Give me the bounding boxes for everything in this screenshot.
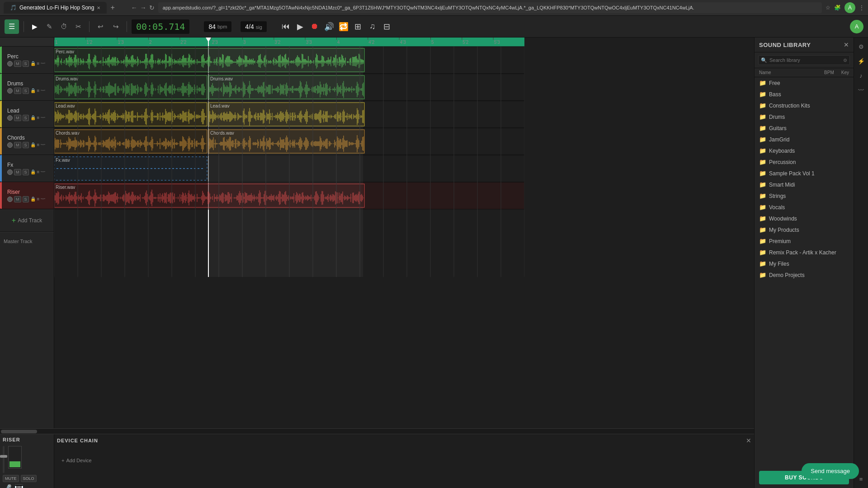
horizontal-scrollbar[interactable] — [0, 428, 754, 434]
solo-button[interactable]: SOLO — [21, 475, 37, 482]
play-btn[interactable]: ▶ — [294, 20, 307, 33]
fader-thumb[interactable] — [0, 455, 7, 458]
send-message-btn[interactable]: Send message — [802, 463, 859, 479]
perc-lock[interactable]: 🔒 — [30, 61, 36, 66]
time-signature[interactable]: 4/4 sig — [241, 21, 266, 32]
fx-lock[interactable]: 🔒 — [30, 169, 36, 174]
lead-eq[interactable]: ≡ — [37, 115, 40, 120]
lead-solo[interactable]: S — [23, 115, 29, 121]
device-chain-close[interactable]: ✕ — [746, 437, 751, 444]
mix-btn[interactable]: ⊞ — [352, 20, 364, 33]
sidebar-midi-btn[interactable]: ♪ — [856, 70, 867, 81]
fx-eq[interactable]: ≡ — [37, 169, 40, 174]
bpm-display[interactable]: 84 bpm — [204, 21, 231, 32]
library-item-my-products[interactable]: 📁My Products — [755, 224, 854, 235]
chords-solo[interactable]: S — [23, 142, 29, 148]
perc-wave[interactable]: 〰 — [41, 61, 45, 66]
chords-volume-knob[interactable] — [7, 142, 13, 148]
lead-volume-knob[interactable] — [7, 115, 13, 121]
perc-eq[interactable]: ≡ — [37, 61, 40, 66]
library-close-btn[interactable]: ✕ — [844, 41, 849, 48]
sidebar-settings-btn[interactable]: ⚙ — [856, 41, 867, 52]
extensions-btn[interactable]: 🧩 — [834, 5, 841, 11]
skip-back-btn[interactable]: ⏮ — [279, 20, 292, 33]
sidebar-automation-btn[interactable]: 〰 — [856, 84, 867, 95]
library-item-drums[interactable]: 📁Drums — [755, 111, 854, 122]
library-item-woodwinds[interactable]: 📁Woodwinds — [755, 213, 854, 224]
add-track-btn[interactable]: + Add Track — [0, 209, 54, 232]
lead-wave[interactable]: 〰 — [41, 115, 45, 120]
fx-solo[interactable]: S — [23, 169, 29, 175]
library-item-construction-kits[interactable]: 📁Construction Kits — [755, 100, 854, 111]
chords-eq[interactable]: ≡ — [37, 142, 40, 147]
volume-btn[interactable]: 🔊 — [323, 20, 335, 33]
riser-solo[interactable]: S — [23, 196, 29, 202]
drums-volume-knob[interactable] — [7, 88, 13, 94]
clock-tool[interactable]: ⏱ — [57, 20, 70, 33]
scrollbar-thumb[interactable] — [1, 430, 37, 433]
riser-lock[interactable]: 🔒 — [30, 197, 36, 202]
filter-icon[interactable]: ⚙ — [843, 58, 847, 63]
chords-mute[interactable]: M — [14, 142, 21, 148]
drums-solo[interactable]: S — [23, 88, 29, 94]
perc-mute[interactable]: M — [14, 61, 21, 67]
library-item-keyboards[interactable]: 📁Keyboards — [755, 145, 854, 156]
riser-wave[interactable]: 〰 — [41, 197, 45, 202]
fx-volume-knob[interactable] — [7, 169, 13, 175]
mute-button[interactable]: MUTE — [3, 475, 19, 482]
grid-btn[interactable]: ⊟ — [381, 20, 393, 33]
fx-wave[interactable]: 〰 — [41, 169, 45, 174]
drums-lock[interactable]: 🔒 — [30, 88, 36, 93]
chords-wave[interactable]: 〰 — [41, 142, 45, 147]
redo-btn[interactable]: ↪ — [109, 20, 122, 33]
profile-button[interactable]: A — [850, 20, 863, 33]
cut-tool[interactable]: ✂ — [72, 20, 85, 33]
drums-eq[interactable]: ≡ — [37, 88, 40, 93]
library-item-free[interactable]: 📁Free — [755, 77, 854, 89]
profile-icon[interactable]: A — [844, 2, 855, 13]
fx-mute[interactable]: M — [14, 169, 21, 175]
midi-btn[interactable]: ♫ — [366, 20, 379, 33]
add-device-btn[interactable]: + Add Device — [61, 458, 751, 463]
new-tab-btn[interactable]: + — [110, 4, 114, 12]
chords-lock[interactable]: 🔒 — [30, 142, 36, 147]
library-item-guitars[interactable]: 📁Guitars — [755, 122, 854, 134]
tab-close-btn[interactable]: ✕ — [97, 5, 100, 10]
riser-fader[interactable] — [3, 446, 5, 473]
drums-mute[interactable]: M — [14, 88, 21, 94]
forward-btn[interactable]: → — [140, 4, 146, 11]
active-tab[interactable]: 🎵 Generated Lo-Fi Hip Hop Song ✕ — [4, 2, 107, 14]
perc-solo[interactable]: S — [23, 61, 29, 67]
track-canvas[interactable] — [54, 38, 524, 277]
library-item-vocals[interactable]: 📁Vocals — [755, 202, 854, 213]
menu-button[interactable]: ☰ — [5, 19, 19, 34]
library-item-smart-midi[interactable]: 📁Smart Midi — [755, 179, 854, 190]
perc-volume-knob[interactable] — [7, 61, 13, 66]
library-item-remix-pack---artik-x-kacher[interactable]: 📁Remix Pack - Artik x Kacher — [755, 247, 854, 258]
record-btn[interactable]: ⏺ — [308, 20, 321, 33]
riser-mute[interactable]: M — [14, 196, 21, 202]
library-item-jamgrid[interactable]: 📁JamGrid — [755, 134, 854, 145]
library-item-bass[interactable]: 📁Bass — [755, 89, 854, 100]
library-item-sample-pack-vol-1[interactable]: 📁Sample Pack Vol 1 — [755, 168, 854, 179]
riser-eq[interactable]: ≡ — [37, 197, 40, 202]
url-bar[interactable] — [158, 2, 822, 13]
library-item-my-files[interactable]: 📁My Files — [755, 258, 854, 269]
library-item-strings[interactable]: 📁Strings — [755, 190, 854, 202]
drums-wave[interactable]: 〰 — [41, 88, 45, 93]
lead-lock[interactable]: 🔒 — [30, 115, 36, 120]
library-item-percussion[interactable]: 📁Percussion — [755, 156, 854, 168]
select-tool[interactable]: ▶ — [28, 20, 41, 33]
library-item-demo-projects[interactable]: 📁Demo Projects — [755, 269, 854, 281]
back-btn[interactable]: ← — [131, 4, 137, 11]
piano-icon[interactable]: 🎹 — [14, 484, 24, 488]
lead-mute[interactable]: M — [14, 115, 21, 121]
library-search-input[interactable] — [758, 55, 850, 65]
record-icon-bottom[interactable]: 🎤 — [3, 484, 12, 488]
loop-btn[interactable]: 🔁 — [337, 20, 350, 33]
menu-btn[interactable]: ⋮ — [859, 5, 864, 11]
library-item-premium[interactable]: 📁Premium — [755, 235, 854, 247]
reload-btn[interactable]: ↻ — [149, 4, 155, 11]
undo-btn[interactable]: ↩ — [94, 20, 107, 33]
pencil-tool[interactable]: ✎ — [43, 20, 56, 33]
